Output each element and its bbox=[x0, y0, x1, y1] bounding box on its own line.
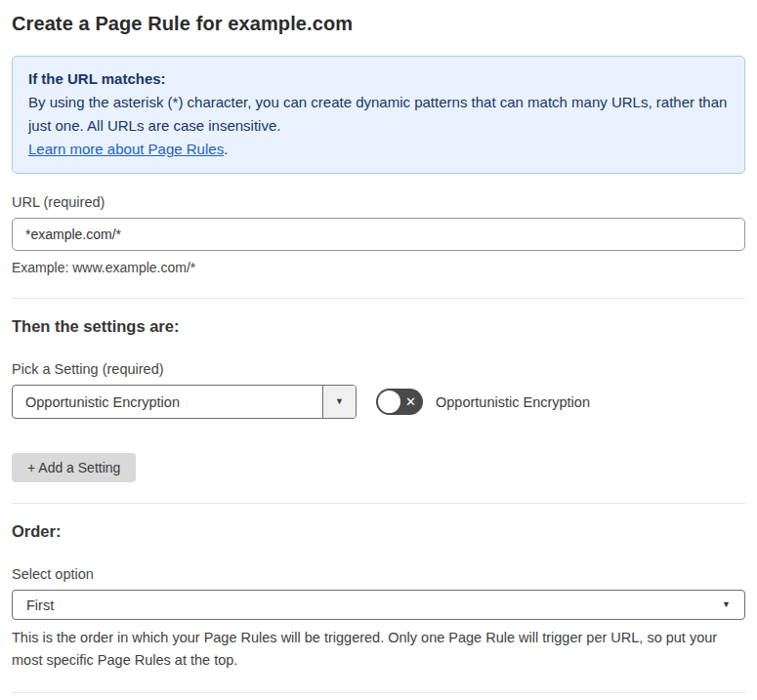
link-period: . bbox=[224, 141, 228, 157]
pick-setting-label: Pick a Setting (required) bbox=[12, 360, 745, 378]
section-divider bbox=[12, 692, 745, 693]
setting-dropdown[interactable]: Opportunistic Encryption ▼ bbox=[12, 385, 357, 419]
url-input[interactable] bbox=[12, 218, 745, 251]
select-option-label: Select option bbox=[12, 565, 745, 583]
setting-dropdown-arrow-button[interactable]: ▼ bbox=[322, 386, 356, 418]
url-matches-info-box: If the URL matches: By using the asteris… bbox=[12, 56, 745, 174]
toggle-label: Opportunistic Encryption bbox=[436, 394, 590, 410]
url-example-text: Example: www.example.com/* bbox=[12, 258, 745, 277]
page-title: Create a Page Rule for example.com bbox=[12, 11, 745, 36]
create-page-rule-form: Create a Page Rule for example.com If th… bbox=[12, 11, 745, 700]
order-heading: Order: bbox=[12, 521, 745, 541]
info-box-link-row: Learn more about Page Rules. bbox=[28, 138, 729, 161]
add-setting-button[interactable]: + Add a Setting bbox=[12, 453, 136, 482]
section-divider bbox=[12, 298, 745, 299]
chevron-down-icon: ▼ bbox=[335, 397, 344, 406]
setting-dropdown-value: Opportunistic Encryption bbox=[13, 386, 322, 418]
opportunistic-encryption-toggle[interactable]: ✕ bbox=[376, 389, 423, 415]
toggle-knob bbox=[378, 391, 400, 413]
toggle-group: ✕ Opportunistic Encryption bbox=[376, 389, 590, 415]
info-box-heading: If the URL matches: bbox=[28, 67, 729, 91]
section-divider bbox=[12, 503, 745, 504]
order-select[interactable]: First ▼ bbox=[12, 590, 745, 620]
info-box-body: By using the asterisk (*) character, you… bbox=[28, 91, 729, 138]
order-help-text: This is the order in which your Page Rul… bbox=[12, 627, 745, 672]
settings-heading: Then the settings are: bbox=[12, 316, 745, 336]
url-label: URL (required) bbox=[12, 193, 745, 211]
setting-row: Opportunistic Encryption ▼ ✕ Opportunist… bbox=[12, 385, 745, 419]
chevron-down-icon: ▼ bbox=[722, 600, 731, 609]
toggle-off-x-icon: ✕ bbox=[405, 395, 416, 408]
learn-more-link[interactable]: Learn more about Page Rules bbox=[28, 141, 224, 157]
order-select-value: First bbox=[26, 597, 54, 613]
